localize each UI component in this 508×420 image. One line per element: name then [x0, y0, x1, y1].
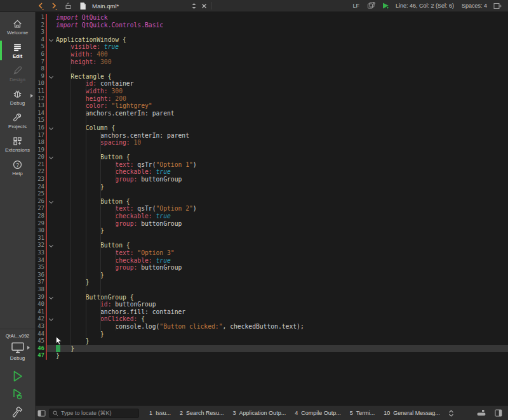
document-title[interactable]: Main.qml*	[92, 3, 119, 10]
code-line-2[interactable]: 2import QtQuick.Controls.Basic	[36, 22, 508, 29]
toggle-right-sidebar-icon[interactable]	[495, 409, 502, 417]
fold-marker-icon[interactable]	[47, 36, 55, 44]
toggle-left-sidebar-icon[interactable]	[37, 410, 46, 417]
sidebar-mode-design[interactable]: Design	[0, 62, 35, 86]
line-text: Button {	[55, 198, 508, 206]
code-line-30[interactable]: 30 }	[36, 227, 508, 235]
fold-column	[47, 58, 55, 66]
mode-expand-arrow-icon[interactable]	[30, 94, 33, 98]
code-line-47[interactable]: 47}	[36, 352, 508, 360]
code-line-39[interactable]: 39 ButtonGroup {	[36, 294, 508, 301]
code-line-29[interactable]: 29 group: buttonGroup	[36, 220, 508, 228]
output-pane-button-5[interactable]: 5Termi...	[347, 409, 378, 417]
mode-selector: WelcomeEditDesignDebugProjectsExtensions…	[0, 15, 35, 180]
code-line-37[interactable]: 37 }	[36, 279, 508, 286]
code-line-34[interactable]: 34 checkable: true	[36, 257, 508, 265]
navigate-back-icon[interactable]	[36, 2, 45, 10]
code-line-12[interactable]: 12 height: 200	[36, 95, 508, 103]
code-line-40[interactable]: 40 id: buttonGroup	[36, 301, 508, 308]
code-line-17[interactable]: 17 anchors.centerIn: parent	[36, 132, 508, 140]
sidebar-mode-welcome[interactable]: Welcome	[0, 15, 35, 39]
code-line-11[interactable]: 11 width: 300	[36, 88, 508, 95]
code-line-22[interactable]: 22 checkable: true	[36, 168, 508, 176]
navigate-forward-icon[interactable]	[50, 2, 58, 10]
code-line-21[interactable]: 21 text: qsTr("Option 1")	[36, 161, 508, 169]
code-line-31[interactable]: 31	[36, 235, 508, 242]
sidebar-mode-projects[interactable]: Projects	[0, 109, 35, 133]
code-line-26[interactable]: 26 Button {	[36, 198, 508, 206]
code-line-45[interactable]: 45 }	[36, 338, 508, 345]
code-line-5[interactable]: 5 visible: true	[36, 43, 508, 51]
code-line-27[interactable]: 27 text: qsTr("Option 2")	[36, 205, 508, 213]
code-line-10[interactable]: 10 id: container	[36, 80, 508, 88]
sidebar-mode-extensions[interactable]: Extensions	[0, 133, 35, 156]
cursor-position-indicator[interactable]: Line: 46, Col: 2 (Sel: 6)	[396, 3, 454, 9]
fold-marker-icon[interactable]	[47, 242, 55, 249]
sidebar-mode-help[interactable]: ?Help	[0, 156, 35, 180]
output-pane-button-1[interactable]: 1Issu...	[146, 409, 174, 417]
output-pane-button-10[interactable]: 10General Messag...	[380, 409, 443, 417]
code-line-19[interactable]: 19	[36, 147, 508, 154]
code-line-3[interactable]: 3	[36, 29, 508, 36]
code-editor[interactable]: 1import QtQuick2import QtQuick.Controls.…	[36, 11, 508, 406]
code-line-6[interactable]: 6 width: 400	[36, 51, 508, 58]
sidebar-mode-debug[interactable]: Debug	[0, 86, 35, 109]
code-line-32[interactable]: 32 Button {	[36, 242, 508, 249]
code-line-43[interactable]: 43 console.log("Button clicked:", checke…	[36, 323, 508, 331]
fold-marker-icon[interactable]	[47, 294, 55, 301]
fold-marker-icon[interactable]	[47, 73, 55, 81]
line-ending-indicator[interactable]: LF	[352, 3, 359, 9]
locator-input[interactable]: Type to locate (⌘K)	[49, 409, 139, 418]
code-line-38[interactable]: 38	[36, 286, 508, 294]
code-line-16[interactable]: 16 Column {	[36, 124, 508, 132]
file-lock-icon[interactable]	[65, 2, 72, 10]
code-line-24[interactable]: 24 }	[36, 183, 508, 191]
fold-column	[47, 323, 55, 331]
output-pane-button-2[interactable]: 2Search Resu...	[177, 409, 227, 417]
code-line-18[interactable]: 18 spacing: 10	[36, 139, 508, 147]
code-line-46[interactable]: 46 }	[36, 345, 508, 353]
output-pane-button-4[interactable]: 4Compile Outp...	[291, 409, 344, 417]
sidebar-mode-edit[interactable]: Edit	[0, 39, 35, 62]
code-lines: 1import QtQuick2import QtQuick.Controls.…	[36, 11, 508, 360]
code-line-1[interactable]: 1import QtQuick	[36, 14, 508, 22]
code-line-25[interactable]: 25	[36, 190, 508, 198]
indentation-indicator[interactable]: Spaces: 4	[462, 3, 487, 9]
document-dropdown-icon[interactable]	[191, 3, 197, 10]
code-line-41[interactable]: 41 anchors.fill: container	[36, 308, 508, 316]
fold-marker-icon[interactable]	[47, 154, 55, 161]
build-button[interactable]	[10, 404, 26, 420]
code-line-44[interactable]: 44 }	[36, 331, 508, 338]
qml-preview-run-icon[interactable]	[382, 2, 390, 10]
debug-run-button[interactable]	[10, 386, 26, 402]
close-document-icon[interactable]	[201, 3, 207, 9]
code-line-20[interactable]: 20 Button {	[36, 154, 508, 161]
code-line-23[interactable]: 23 group: buttonGroup	[36, 176, 508, 183]
kit-expand-arrow-icon[interactable]	[27, 346, 30, 350]
fold-marker-icon[interactable]	[47, 198, 55, 206]
code-line-42[interactable]: 42 onClicked: {	[36, 315, 508, 323]
fold-column	[47, 213, 55, 220]
code-line-15[interactable]: 15	[36, 117, 508, 124]
code-line-36[interactable]: 36 }	[36, 272, 508, 279]
code-line-7[interactable]: 7 height: 300	[36, 58, 508, 66]
fold-column	[47, 272, 55, 279]
code-line-4[interactable]: 4ApplicationWindow {	[36, 36, 508, 44]
kit-selector[interactable]: QtAI...v092 Debug	[0, 329, 35, 361]
fold-marker-icon[interactable]	[47, 124, 55, 132]
line-number: 11	[36, 88, 44, 95]
split-editor-icon[interactable]	[493, 3, 502, 10]
code-line-13[interactable]: 13 color: "lightgrey"	[36, 102, 508, 110]
fold-marker-icon[interactable]	[47, 315, 55, 323]
code-line-9[interactable]: 9 Rectangle {	[36, 73, 508, 81]
code-line-33[interactable]: 33 text: "Option 3"	[36, 249, 508, 257]
output-pane-expand-icon[interactable]	[448, 410, 454, 417]
editor-copy-icon[interactable]	[367, 2, 375, 10]
run-button[interactable]	[10, 368, 26, 384]
code-line-14[interactable]: 14 anchors.centerIn: parent	[36, 110, 508, 117]
build-progress-icon[interactable]	[476, 409, 486, 417]
output-pane-button-3[interactable]: 3Application Outp...	[230, 409, 290, 417]
code-line-35[interactable]: 35 group: buttonGroup	[36, 264, 508, 272]
code-line-28[interactable]: 28 checkable: true	[36, 213, 508, 220]
code-line-8[interactable]: 8	[36, 65, 508, 73]
